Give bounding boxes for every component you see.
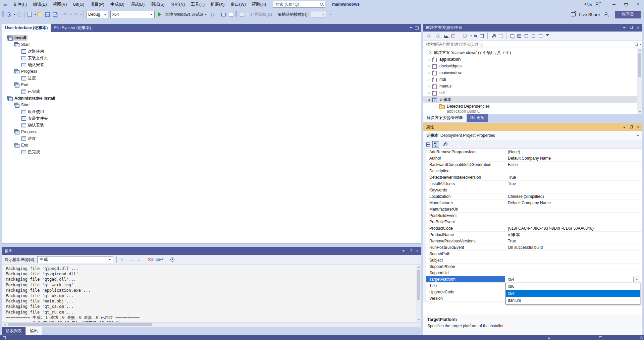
start-without-debugging-icon[interactable]: ▷	[209, 11, 217, 18]
property-row[interactable]: SupportPhone	[426, 264, 642, 270]
toolbar-overflow-icon[interactable]	[329, 14, 331, 16]
property-name[interactable]: Description	[426, 168, 505, 174]
save-icon[interactable]	[44, 11, 51, 18]
minimize-button[interactable]	[608, 0, 620, 9]
property-name[interactable]: Localization	[426, 193, 505, 200]
solution-tree-row[interactable]: ▷ dockwidgets	[423, 63, 642, 69]
tab-list-chevron-icon[interactable]	[410, 27, 412, 30]
property-value[interactable]: True	[505, 174, 642, 180]
tree-row[interactable]: 欢迎使用	[2, 48, 421, 55]
menu-item[interactable]: 调试(D)	[127, 0, 148, 9]
property-row[interactable]: ProductName 记事本	[426, 232, 642, 238]
solution-tree-row[interactable]: application Build C	[423, 110, 642, 113]
property-row[interactable]: AddRemoveProgramsIcon (None)	[426, 149, 642, 155]
redo-icon[interactable]: ↷	[72, 11, 79, 18]
alphabetical-sort-icon[interactable]: A↓Z	[432, 141, 439, 148]
panel-tab[interactable]: Git 更改	[467, 114, 488, 122]
menu-item[interactable]: 视图(V)	[50, 0, 70, 9]
output-vertical-scrollbar[interactable]: ▲▼	[416, 265, 421, 322]
property-value[interactable]	[505, 264, 642, 270]
property-row[interactable]: PostBuildEvent	[426, 213, 642, 219]
property-name[interactable]: UpgradeCode	[426, 289, 505, 295]
switch-views-icon[interactable]	[450, 33, 456, 39]
property-value[interactable]: True	[505, 238, 642, 244]
dropdown-option[interactable]: x86	[506, 283, 640, 290]
show-all-files-icon[interactable]	[517, 33, 522, 39]
panel-tab[interactable]: 错误列表	[2, 327, 25, 335]
menu-item[interactable]: 帮助(H)	[249, 0, 269, 9]
property-value[interactable]: (None)	[505, 149, 642, 155]
menu-item[interactable]: Git(G)	[70, 0, 87, 9]
toolbar-grip[interactable]	[2, 11, 4, 17]
home-icon[interactable]	[443, 33, 449, 39]
property-name[interactable]: ProductName	[426, 232, 505, 238]
editor-tab[interactable]: File System (记事本)	[51, 24, 94, 32]
property-value[interactable]	[505, 168, 642, 174]
menu-item[interactable]: 分析(N)	[168, 0, 188, 9]
restore-button[interactable]	[620, 0, 632, 9]
tree-row[interactable]: 进度	[2, 75, 421, 81]
tree-row[interactable]: 已完成	[2, 88, 421, 95]
tree-row[interactable]: Administrative Install	[2, 95, 421, 102]
menu-item[interactable]: 文件(F)	[10, 0, 30, 9]
solution-tree-row[interactable]: ◢ 记事本	[423, 96, 642, 103]
go-to-message-icon[interactable]: ↳	[120, 257, 123, 262]
status-rect-icon[interactable]	[599, 336, 602, 339]
property-row[interactable]: TargetPlatform x64	[426, 276, 642, 283]
frames-to-capture-dropdown[interactable]	[311, 11, 326, 18]
window-list-icon[interactable]	[415, 26, 419, 30]
target-platform-combo-button[interactable]	[633, 277, 640, 282]
window-position-chevron-icon[interactable]	[623, 127, 626, 129]
property-row[interactable]: Description	[426, 168, 642, 174]
close-button[interactable]: ×	[632, 0, 644, 9]
forward-icon[interactable]	[434, 32, 442, 40]
menu-item[interactable]: 项目(P)	[87, 0, 107, 9]
property-value[interactable]: x64	[505, 276, 642, 282]
property-row[interactable]: Keywords	[426, 187, 642, 193]
property-name[interactable]: Manufacturer	[426, 200, 505, 206]
filter-funnel-icon[interactable]	[545, 33, 550, 39]
property-name[interactable]: PreBuildEvent	[426, 219, 505, 225]
property-value[interactable]	[505, 251, 642, 257]
tree-row[interactable]: 欢迎使用	[2, 108, 421, 115]
menu-item[interactable]: 生成(B)	[107, 0, 127, 9]
tree-row[interactable]: Start	[2, 102, 421, 108]
property-value[interactable]	[505, 187, 642, 193]
property-row[interactable]: PreBuildEvent	[426, 219, 642, 225]
tree-row[interactable]: End	[2, 142, 421, 149]
panel-tab[interactable]: 输出	[26, 327, 42, 335]
property-row[interactable]: SupportUrl	[426, 270, 642, 276]
tree-row[interactable]: Start	[2, 41, 421, 48]
tree-row[interactable]: Progress	[2, 128, 421, 135]
new-project-icon[interactable]	[26, 11, 33, 18]
search-options-chevron-icon[interactable]	[639, 44, 641, 46]
expander-icon[interactable]: ▷	[426, 91, 432, 95]
property-row[interactable]: RunPostBuildEvent On successful build	[426, 244, 642, 251]
sync-with-active-document-icon[interactable]: ⇆	[474, 34, 477, 38]
dropdown-option[interactable]: Itanium	[506, 297, 640, 304]
solution-tree-row[interactable]: ▷ menus	[423, 83, 642, 90]
property-name[interactable]: Keywords	[426, 187, 505, 193]
word-wrap-icon[interactable]: ab↵	[155, 257, 163, 262]
property-name[interactable]: Version	[426, 295, 505, 301]
solution-tree-row[interactable]: ▷ mdi	[423, 76, 642, 83]
property-row[interactable]: ProductCode {018FCAC4-408C-4837-8D0F-CD6…	[426, 225, 642, 232]
output-horizontal-scrollbar[interactable]: ◄	[2, 322, 421, 327]
property-name[interactable]: AddRemoveProgramsIcon	[426, 149, 505, 155]
property-value[interactable]: On successful build	[505, 244, 642, 250]
find-in-solution-icon[interactable]	[531, 33, 536, 39]
close-panel-icon[interactable]: ×	[637, 26, 639, 30]
property-name[interactable]: SupportUrl	[426, 270, 505, 276]
property-name[interactable]: DetectNewerInstalledVersion	[426, 174, 505, 180]
property-name[interactable]: Title	[426, 283, 505, 289]
solution-tree-row[interactable]: Detected Dependencies	[423, 103, 642, 110]
property-value[interactable]: Default Company Name	[505, 200, 642, 206]
sign-in-person-icon[interactable]: +	[594, 2, 600, 7]
quick-search-box[interactable]	[273, 1, 325, 8]
timestamp-icon[interactable]	[170, 258, 174, 262]
properties-wrench-icon[interactable]	[491, 33, 496, 39]
categorized-icon[interactable]	[425, 142, 431, 147]
tree-row[interactable]: Install	[2, 35, 421, 41]
navigate-forward-icon[interactable]	[15, 11, 23, 18]
menu-item[interactable]: 编辑(E)	[30, 0, 50, 9]
